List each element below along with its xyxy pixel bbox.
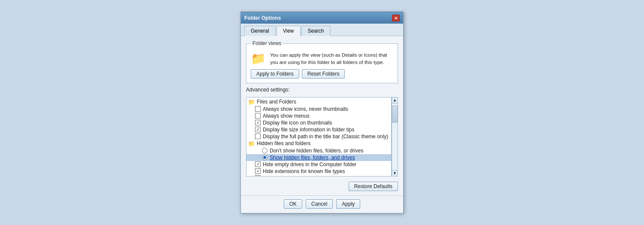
checkbox-hide-extensions[interactable] [255, 168, 261, 174]
hide-extensions-label: Hide extensions for known file types [263, 168, 345, 174]
folder-icon: 📁 [251, 53, 266, 65]
checkbox-hide-protected[interactable] [255, 175, 261, 176]
list-item-hide-empty-drives[interactable]: Hide empty drives in the Computer folder [246, 161, 391, 168]
reset-folders-button[interactable]: Reset Folders [302, 69, 345, 79]
restore-defaults-button[interactable]: Restore Defaults [349, 182, 398, 191]
checkbox-always-menus[interactable] [255, 113, 261, 119]
list-item-hide-extensions[interactable]: Hide extensions for known file types [246, 168, 391, 175]
checkbox-display-full-path[interactable] [255, 134, 261, 139]
list-item-hidden-files[interactable]: 📁 Hidden files and folders [246, 140, 391, 147]
list-item-always-menus[interactable]: Always show menus [246, 112, 391, 119]
folder-views-group: Folder views 📁 You can apply the view (s… [246, 40, 398, 83]
tab-content: Folder views 📁 You can apply the view (s… [241, 36, 403, 195]
tab-search[interactable]: Search [301, 26, 331, 36]
hide-protected-label: Hide protected operating system files (R… [263, 175, 387, 176]
folder-sm-icon: 📁 [248, 99, 255, 105]
footer-buttons: OK Cancel Apply [241, 195, 403, 213]
tree-list-wrapper: 📁 Files and Folders Always show icons, n… [246, 97, 398, 176]
scroll-track [392, 103, 398, 170]
display-full-path-label: Display the full path in the title bar (… [263, 134, 388, 140]
advanced-settings-list[interactable]: 📁 Files and Folders Always show icons, n… [246, 97, 392, 176]
list-item-files-folders[interactable]: 📁 Files and Folders [246, 98, 391, 106]
always-icons-label: Always show icons, never thumbnails [263, 106, 348, 112]
always-menus-label: Always show menus [263, 113, 310, 119]
list-item-always-icons[interactable]: Always show icons, never thumbnails [246, 106, 391, 112]
folder-views-legend: Folder views [251, 40, 283, 46]
apply-button[interactable]: Apply [336, 199, 360, 209]
tree-list-inner: 📁 Files and Folders Always show icons, n… [246, 97, 392, 176]
tabs-bar: General View Search [241, 24, 403, 36]
ok-button[interactable]: OK [284, 199, 302, 209]
folder-sm-icon-hidden: 📁 [248, 140, 255, 147]
list-item-display-file-icon[interactable]: Display file icon on thumbnails [246, 119, 391, 126]
tab-general[interactable]: General [244, 26, 276, 36]
list-item-display-full-path[interactable]: Display the full path in the title bar (… [246, 133, 391, 140]
hide-empty-drives-label: Hide empty drives in the Computer folder [263, 161, 356, 167]
checkbox-always-icons[interactable] [255, 106, 261, 112]
checkbox-display-file-size[interactable] [255, 127, 261, 132]
show-hidden-label: Show hidden files, folders, and drives [270, 155, 355, 161]
checkbox-hide-empty-drives[interactable] [255, 161, 261, 167]
scroll-thumb[interactable] [392, 106, 398, 123]
radio-dont-show-hidden[interactable] [262, 148, 267, 153]
cancel-button[interactable]: Cancel [306, 199, 333, 209]
dialog-title: Folder Options [244, 15, 281, 21]
tab-view[interactable]: View [276, 26, 301, 36]
dont-show-hidden-label: Don't show hidden files, folders, or dri… [270, 148, 363, 154]
list-item-show-hidden[interactable]: Show hidden files, folders, and drives [246, 154, 391, 161]
title-bar: Folder Options ✕ [241, 12, 403, 24]
display-file-size-label: Display file size information in folder … [263, 127, 354, 133]
close-button[interactable]: ✕ [392, 15, 400, 21]
scrollbar[interactable]: ▲ ▼ [392, 97, 398, 176]
checkbox-display-file-icon[interactable] [255, 120, 261, 125]
list-item-display-file-size[interactable]: Display file size information in folder … [246, 126, 391, 133]
display-file-icon-label: Display file icon on thumbnails [263, 120, 332, 126]
scroll-up-button[interactable]: ▲ [392, 97, 398, 103]
radio-show-hidden[interactable] [262, 155, 267, 160]
files-folders-label: Files and Folders [257, 99, 296, 105]
folder-options-dialog: Folder Options ✕ General View Search Fol… [240, 12, 404, 213]
apply-to-folders-button[interactable]: Apply to Folders [251, 69, 299, 79]
hidden-files-label: Hidden files and folders [257, 140, 310, 146]
restore-defaults-row: Restore Defaults [246, 182, 398, 191]
list-item-dont-show-hidden[interactable]: Don't show hidden files, folders, or dri… [246, 147, 391, 154]
scroll-down-button[interactable]: ▼ [392, 170, 398, 176]
list-item-hide-protected[interactable]: Hide protected operating system files (R… [246, 175, 391, 176]
advanced-settings-label: Advanced settings: [246, 87, 398, 93]
folder-views-buttons: Apply to Folders Reset Folders [251, 69, 393, 79]
folder-views-inner: 📁 You can apply the view (such as Detail… [251, 52, 393, 65]
folder-views-description: You can apply the view (such as Details … [270, 52, 393, 65]
